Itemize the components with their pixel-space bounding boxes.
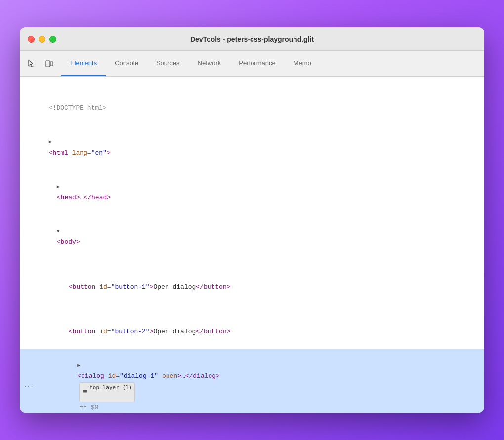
dom-line-dialog1[interactable]: ··· ▶ <dialog id="dialog-1" open>…</dial… bbox=[20, 349, 484, 413]
traffic-lights bbox=[28, 36, 56, 43]
device-icon bbox=[45, 59, 54, 68]
html-arrow[interactable]: ▶ bbox=[49, 138, 56, 146]
dom-line-button1[interactable]: <button id="button-1">Open dialog</butto… bbox=[20, 260, 484, 304]
dom-line-button2[interactable]: <button id="button-2">Open dialog</butto… bbox=[20, 304, 484, 349]
tab-elements[interactable]: Elements bbox=[61, 51, 106, 76]
svg-rect-4 bbox=[83, 393, 87, 394]
elements-panel: <!DOCTYPE html> ▶ <html lang="en"> ▶ <he… bbox=[20, 77, 484, 413]
dom-line-doctype[interactable]: <!DOCTYPE html> bbox=[20, 81, 484, 125]
dollar-sign: == $0 bbox=[79, 404, 98, 411]
top-layer-badge-1: top-layer (1) bbox=[79, 382, 135, 402]
layers-icon bbox=[82, 389, 88, 395]
svg-rect-1 bbox=[46, 61, 50, 67]
spacer3 bbox=[69, 317, 76, 325]
dom-line-head[interactable]: ▶ <head>…</head> bbox=[20, 170, 484, 215]
cursor-tool-button[interactable] bbox=[24, 56, 40, 72]
toolbar: Elements Console Sources Network Perform… bbox=[20, 51, 484, 77]
title-bar: DevTools - peters-css-playground.glit bbox=[20, 27, 484, 51]
tab-console[interactable]: Console bbox=[106, 51, 147, 76]
tab-performance[interactable]: Performance bbox=[230, 51, 284, 76]
svg-rect-3 bbox=[83, 391, 87, 392]
body-arrow[interactable]: ▼ bbox=[57, 227, 64, 236]
tab-memo[interactable]: Memo bbox=[285, 51, 320, 76]
head-tag: <head>…</head> bbox=[57, 194, 111, 201]
dom-line-html[interactable]: ▶ <html lang="en"> bbox=[20, 125, 484, 170]
minimize-button[interactable] bbox=[39, 36, 45, 43]
svg-rect-5 bbox=[83, 390, 87, 391]
ellipsis-button[interactable]: ··· bbox=[24, 382, 34, 392]
tab-bar: Elements Console Sources Network Perform… bbox=[61, 51, 320, 76]
close-button[interactable] bbox=[28, 36, 35, 43]
dialog1-arrow[interactable]: ▶ bbox=[77, 361, 84, 370]
svg-rect-2 bbox=[50, 62, 53, 66]
tab-network[interactable]: Network bbox=[189, 51, 230, 76]
spacer bbox=[49, 93, 56, 102]
devtools-window: DevTools - peters-css-playground.glit bbox=[20, 27, 484, 413]
maximize-button[interactable] bbox=[49, 36, 56, 43]
device-toggle-button[interactable] bbox=[42, 56, 57, 72]
head-arrow[interactable]: ▶ bbox=[57, 183, 64, 191]
dom-line-body-open[interactable]: ▼ <body> bbox=[20, 215, 484, 259]
spacer2 bbox=[69, 272, 76, 281]
toolbar-icons bbox=[24, 56, 57, 72]
body-tag: <body> bbox=[57, 238, 80, 246]
cursor-icon bbox=[27, 59, 36, 68]
tab-sources[interactable]: Sources bbox=[147, 51, 189, 76]
html-tag: <html bbox=[49, 149, 68, 157]
doctype-node: <!DOCTYPE html> bbox=[49, 104, 107, 112]
window-title: DevTools - peters-css-playground.glit bbox=[190, 35, 314, 43]
